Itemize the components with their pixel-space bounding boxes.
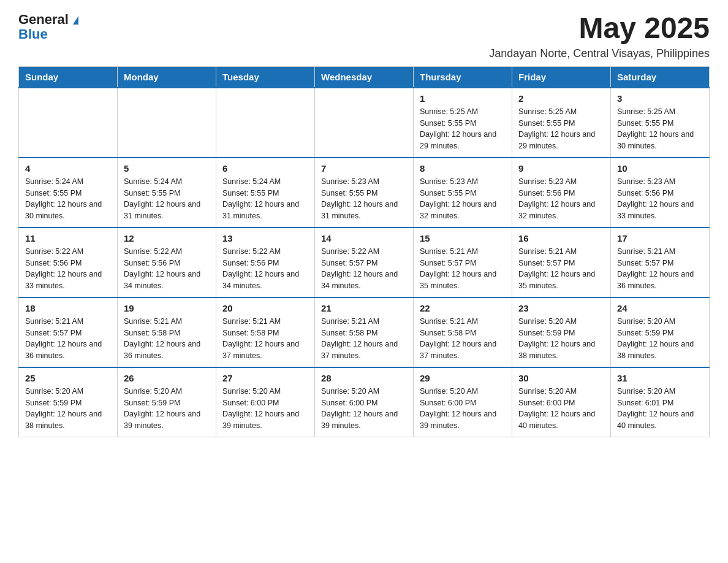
day-number: 18 xyxy=(25,303,111,313)
day-info: Sunrise: 5:22 AM Sunset: 5:56 PM Dayligh… xyxy=(124,246,210,292)
day-info: Sunrise: 5:25 AM Sunset: 5:55 PM Dayligh… xyxy=(420,106,506,152)
calendar-cell-w1-d2 xyxy=(118,88,216,158)
calendar-cell-w2-d2: 5Sunrise: 5:24 AM Sunset: 5:55 PM Daylig… xyxy=(118,158,216,228)
calendar-cell-w1-d1 xyxy=(19,88,118,158)
col-tuesday: Tuesday xyxy=(216,66,315,88)
calendar-cell-w3-d6: 16Sunrise: 5:21 AM Sunset: 5:57 PM Dayli… xyxy=(512,228,611,297)
day-number: 28 xyxy=(321,373,407,383)
day-info: Sunrise: 5:21 AM Sunset: 5:57 PM Dayligh… xyxy=(518,246,604,292)
day-info: Sunrise: 5:20 AM Sunset: 6:00 PM Dayligh… xyxy=(518,386,604,432)
day-number: 29 xyxy=(420,373,506,383)
day-info: Sunrise: 5:23 AM Sunset: 5:56 PM Dayligh… xyxy=(617,176,703,222)
week-row-4: 18Sunrise: 5:21 AM Sunset: 5:57 PM Dayli… xyxy=(19,297,710,367)
day-number: 22 xyxy=(420,303,506,313)
calendar-cell-w3-d7: 17Sunrise: 5:21 AM Sunset: 5:57 PM Dayli… xyxy=(611,228,710,297)
calendar-cell-w5-d4: 28Sunrise: 5:20 AM Sunset: 6:00 PM Dayli… xyxy=(315,367,414,437)
day-info: Sunrise: 5:21 AM Sunset: 5:58 PM Dayligh… xyxy=(321,316,407,362)
day-number: 2 xyxy=(518,93,604,104)
col-wednesday: Wednesday xyxy=(315,66,414,88)
day-number: 25 xyxy=(25,373,111,383)
day-number: 30 xyxy=(518,373,604,383)
day-info: Sunrise: 5:22 AM Sunset: 5:57 PM Dayligh… xyxy=(321,246,407,292)
day-number: 15 xyxy=(420,233,506,243)
calendar-cell-w1-d6: 2Sunrise: 5:25 AM Sunset: 5:55 PM Daylig… xyxy=(512,88,611,158)
day-number: 27 xyxy=(222,373,308,383)
day-info: Sunrise: 5:20 AM Sunset: 5:59 PM Dayligh… xyxy=(124,386,210,432)
week-row-3: 11Sunrise: 5:22 AM Sunset: 5:56 PM Dayli… xyxy=(19,228,710,297)
day-number: 23 xyxy=(518,303,604,313)
day-info: Sunrise: 5:24 AM Sunset: 5:55 PM Dayligh… xyxy=(124,176,210,222)
day-number: 12 xyxy=(124,233,210,243)
calendar-header-row: Sunday Monday Tuesday Wednesday Thursday… xyxy=(19,66,710,88)
month-year-title: May 2025 xyxy=(489,12,710,45)
col-thursday: Thursday xyxy=(414,66,512,88)
day-info: Sunrise: 5:20 AM Sunset: 6:00 PM Dayligh… xyxy=(321,386,407,432)
day-info: Sunrise: 5:25 AM Sunset: 5:55 PM Dayligh… xyxy=(617,106,703,152)
day-info: Sunrise: 5:21 AM Sunset: 5:57 PM Dayligh… xyxy=(617,246,703,292)
day-info: Sunrise: 5:24 AM Sunset: 5:55 PM Dayligh… xyxy=(25,176,111,222)
calendar-cell-w2-d5: 8Sunrise: 5:23 AM Sunset: 5:55 PM Daylig… xyxy=(414,158,512,228)
day-info: Sunrise: 5:21 AM Sunset: 5:57 PM Dayligh… xyxy=(25,316,111,362)
logo-blue: Blue xyxy=(18,26,48,42)
calendar-table: Sunday Monday Tuesday Wednesday Thursday… xyxy=(18,66,710,437)
day-info: Sunrise: 5:20 AM Sunset: 5:59 PM Dayligh… xyxy=(518,316,604,362)
day-info: Sunrise: 5:20 AM Sunset: 6:00 PM Dayligh… xyxy=(222,386,308,432)
col-saturday: Saturday xyxy=(611,66,710,88)
calendar-cell-w4-d4: 21Sunrise: 5:21 AM Sunset: 5:58 PM Dayli… xyxy=(315,297,414,367)
day-number: 11 xyxy=(25,233,111,243)
calendar-cell-w4-d2: 19Sunrise: 5:21 AM Sunset: 5:58 PM Dayli… xyxy=(118,297,216,367)
calendar-cell-w1-d7: 3Sunrise: 5:25 AM Sunset: 5:55 PM Daylig… xyxy=(611,88,710,158)
calendar-cell-w5-d5: 29Sunrise: 5:20 AM Sunset: 6:00 PM Dayli… xyxy=(414,367,512,437)
calendar-cell-w2-d6: 9Sunrise: 5:23 AM Sunset: 5:56 PM Daylig… xyxy=(512,158,611,228)
calendar-cell-w3-d5: 15Sunrise: 5:21 AM Sunset: 5:57 PM Dayli… xyxy=(414,228,512,297)
day-info: Sunrise: 5:21 AM Sunset: 5:58 PM Dayligh… xyxy=(420,316,506,362)
day-number: 14 xyxy=(321,233,407,243)
calendar-cell-w2-d1: 4Sunrise: 5:24 AM Sunset: 5:55 PM Daylig… xyxy=(19,158,118,228)
day-info: Sunrise: 5:20 AM Sunset: 5:59 PM Dayligh… xyxy=(617,316,703,362)
day-number: 6 xyxy=(222,163,308,174)
day-info: Sunrise: 5:20 AM Sunset: 6:00 PM Dayligh… xyxy=(420,386,506,432)
day-info: Sunrise: 5:23 AM Sunset: 5:55 PM Dayligh… xyxy=(420,176,506,222)
calendar-cell-w5-d7: 31Sunrise: 5:20 AM Sunset: 6:01 PM Dayli… xyxy=(611,367,710,437)
day-number: 26 xyxy=(124,373,210,383)
day-number: 16 xyxy=(518,233,604,243)
day-number: 4 xyxy=(25,163,111,174)
calendar-cell-w2-d3: 6Sunrise: 5:24 AM Sunset: 5:55 PM Daylig… xyxy=(216,158,315,228)
calendar-cell-w5-d6: 30Sunrise: 5:20 AM Sunset: 6:00 PM Dayli… xyxy=(512,367,611,437)
logo: General Blue xyxy=(18,12,78,42)
calendar-cell-w4-d7: 24Sunrise: 5:20 AM Sunset: 5:59 PM Dayli… xyxy=(611,297,710,367)
page-header: General Blue May 2025 Jandayan Norte, Ce… xyxy=(18,12,710,60)
day-number: 31 xyxy=(617,373,703,383)
day-info: Sunrise: 5:22 AM Sunset: 5:56 PM Dayligh… xyxy=(222,246,308,292)
day-number: 21 xyxy=(321,303,407,313)
day-info: Sunrise: 5:20 AM Sunset: 6:01 PM Dayligh… xyxy=(617,386,703,432)
day-info: Sunrise: 5:25 AM Sunset: 5:55 PM Dayligh… xyxy=(518,106,604,152)
calendar-cell-w4-d5: 22Sunrise: 5:21 AM Sunset: 5:58 PM Dayli… xyxy=(414,297,512,367)
day-number: 1 xyxy=(420,93,506,104)
day-info: Sunrise: 5:21 AM Sunset: 5:58 PM Dayligh… xyxy=(222,316,308,362)
day-number: 20 xyxy=(222,303,308,313)
calendar-cell-w5-d2: 26Sunrise: 5:20 AM Sunset: 5:59 PM Dayli… xyxy=(118,367,216,437)
calendar-cell-w3-d1: 11Sunrise: 5:22 AM Sunset: 5:56 PM Dayli… xyxy=(19,228,118,297)
week-row-5: 25Sunrise: 5:20 AM Sunset: 5:59 PM Dayli… xyxy=(19,367,710,437)
day-number: 3 xyxy=(617,93,703,104)
day-number: 9 xyxy=(518,163,604,174)
day-info: Sunrise: 5:23 AM Sunset: 5:55 PM Dayligh… xyxy=(321,176,407,222)
day-number: 5 xyxy=(124,163,210,174)
col-friday: Friday xyxy=(512,66,611,88)
day-info: Sunrise: 5:20 AM Sunset: 5:59 PM Dayligh… xyxy=(25,386,111,432)
calendar-cell-w4-d1: 18Sunrise: 5:21 AM Sunset: 5:57 PM Dayli… xyxy=(19,297,118,367)
week-row-1: 1Sunrise: 5:25 AM Sunset: 5:55 PM Daylig… xyxy=(19,88,710,158)
calendar-cell-w2-d7: 10Sunrise: 5:23 AM Sunset: 5:56 PM Dayli… xyxy=(611,158,710,228)
day-number: 8 xyxy=(420,163,506,174)
calendar-cell-w3-d3: 13Sunrise: 5:22 AM Sunset: 5:56 PM Dayli… xyxy=(216,228,315,297)
calendar-cell-w1-d3 xyxy=(216,88,315,158)
calendar-cell-w5-d3: 27Sunrise: 5:20 AM Sunset: 6:00 PM Dayli… xyxy=(216,367,315,437)
day-info: Sunrise: 5:23 AM Sunset: 5:56 PM Dayligh… xyxy=(518,176,604,222)
calendar-cell-w2-d4: 7Sunrise: 5:23 AM Sunset: 5:55 PM Daylig… xyxy=(315,158,414,228)
calendar-cell-w4-d6: 23Sunrise: 5:20 AM Sunset: 5:59 PM Dayli… xyxy=(512,297,611,367)
day-number: 13 xyxy=(222,233,308,243)
location-label: Jandayan Norte, Central Visayas, Philipp… xyxy=(489,47,710,60)
day-number: 19 xyxy=(124,303,210,313)
calendar-cell-w5-d1: 25Sunrise: 5:20 AM Sunset: 5:59 PM Dayli… xyxy=(19,367,118,437)
